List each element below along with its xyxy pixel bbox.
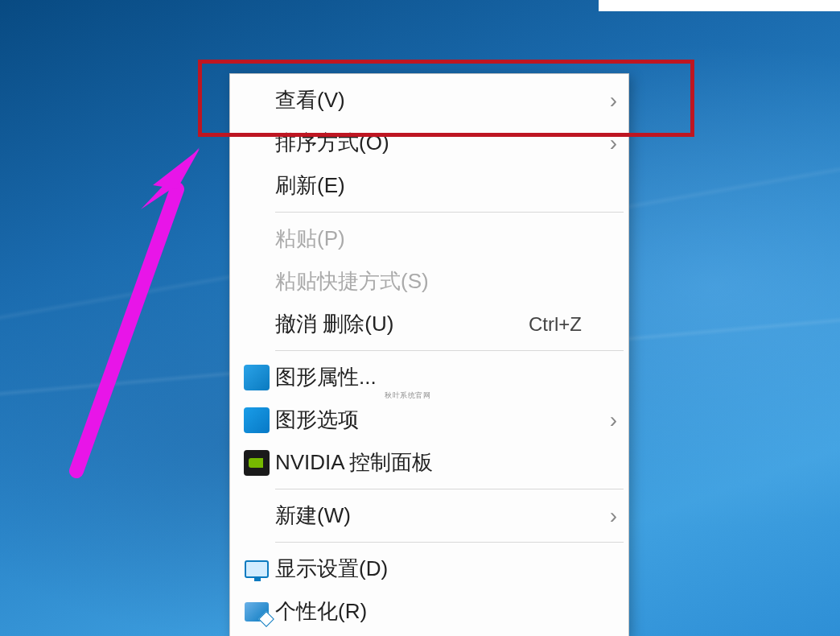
menu-item-icon-slot (238, 407, 275, 433)
menu-item[interactable]: 图形属性... (232, 356, 627, 399)
menu-item-label: 排序方式(O) (275, 129, 598, 157)
chevron-right-icon: › (598, 407, 617, 433)
annotation-arrow (56, 141, 209, 479)
menu-item[interactable]: 查看(V)› (232, 79, 627, 122)
menu-item-label: NVIDIA 控制面板 (275, 448, 598, 477)
menu-separator (275, 212, 624, 213)
menu-item-label: 粘贴(P) (275, 225, 598, 253)
partial-window-edge (599, 0, 840, 11)
menu-item: 粘贴(P) (232, 217, 627, 260)
menu-item-label: 粘贴快捷方式(S) (275, 267, 598, 295)
display-settings-icon (245, 560, 269, 578)
menu-item-label: 查看(V) (275, 86, 598, 114)
menu-item[interactable]: NVIDIA 控制面板 (232, 441, 627, 484)
nvidia-icon (244, 450, 270, 476)
menu-item: 粘贴快捷方式(S) (232, 260, 627, 303)
menu-item[interactable]: 显示设置(D) (232, 547, 627, 590)
menu-item-label: 图形选项 (275, 406, 598, 434)
intel-graphics-icon (244, 365, 270, 390)
intel-graphics-icon (244, 407, 270, 433)
menu-item-label: 撤消 删除(U) (275, 310, 529, 338)
menu-item-icon-slot (238, 365, 275, 390)
menu-item-shortcut: Ctrl+Z (529, 313, 582, 336)
menu-item-label: 显示设置(D) (275, 555, 598, 583)
desktop-background[interactable]: 查看(V)›排序方式(O)›刷新(E)粘贴(P)粘贴快捷方式(S)撤消 删除(U… (0, 0, 840, 636)
personalize-icon (245, 602, 269, 622)
svg-marker-0 (137, 149, 200, 213)
svg-marker-1 (141, 147, 200, 209)
menu-item[interactable]: 撤消 删除(U)Ctrl+Z (232, 303, 627, 345)
menu-separator (275, 489, 624, 489)
menu-item-icon-slot (238, 560, 275, 578)
menu-item[interactable]: 图形选项› (232, 399, 627, 441)
menu-item-icon-slot (238, 450, 275, 476)
chevron-right-icon: › (598, 130, 617, 156)
menu-item[interactable]: 排序方式(O)› (232, 122, 627, 164)
menu-item[interactable]: 个性化(R) (232, 590, 627, 633)
chevron-right-icon: › (598, 503, 617, 529)
menu-separator (275, 350, 624, 351)
menu-item-label: 个性化(R) (275, 597, 598, 626)
menu-separator (275, 542, 624, 543)
menu-item-label: 图形属性... (275, 363, 598, 391)
desktop-context-menu: 查看(V)›排序方式(O)›刷新(E)粘贴(P)粘贴快捷方式(S)撤消 删除(U… (229, 73, 629, 636)
menu-item[interactable]: 新建(W)› (232, 494, 627, 537)
menu-item-icon-slot (238, 602, 275, 622)
menu-item-label: 新建(W) (275, 502, 598, 530)
menu-item[interactable]: 刷新(E) (232, 164, 627, 207)
menu-item-label: 刷新(E) (275, 171, 598, 200)
chevron-right-icon: › (598, 88, 617, 114)
